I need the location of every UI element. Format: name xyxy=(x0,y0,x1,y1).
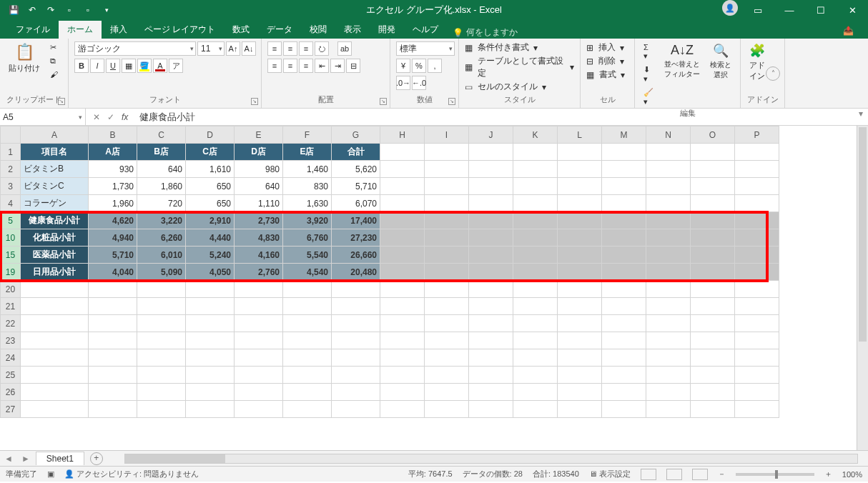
collapse-ribbon-icon[interactable]: ˄ xyxy=(766,66,780,81)
tab-formulas[interactable]: 数式 xyxy=(224,21,258,39)
column-header[interactable]: H xyxy=(380,126,425,144)
cell[interactable] xyxy=(558,161,602,178)
accounting-format-icon[interactable]: ¥ xyxy=(396,59,410,73)
row-header[interactable]: 3 xyxy=(1,178,21,195)
format-cells-button[interactable]: ▦ 書式 ▾ xyxy=(586,69,625,81)
display-settings-button[interactable]: 🖥 表示設定 xyxy=(589,469,631,479)
cell[interactable] xyxy=(646,349,691,367)
cell[interactable] xyxy=(469,384,513,401)
cell[interactable] xyxy=(137,367,186,384)
table-header-cell[interactable]: 項目名 xyxy=(21,144,89,161)
cell[interactable]: 5,620 xyxy=(332,161,380,178)
cell[interactable] xyxy=(602,281,646,298)
align-left-icon[interactable]: ≡ xyxy=(267,59,282,73)
page-break-view-icon[interactable] xyxy=(692,469,708,480)
decrease-font-icon[interactable]: A↓ xyxy=(242,41,256,56)
subtotal-cell[interactable]: 3,920 xyxy=(283,212,332,229)
subtotal-cell[interactable]: 2,910 xyxy=(186,212,235,229)
cell[interactable] xyxy=(602,315,646,332)
autosum-icon[interactable]: Σ ▾ xyxy=(641,41,657,62)
cell[interactable] xyxy=(21,384,89,401)
cell[interactable] xyxy=(21,349,89,367)
column-header[interactable]: P xyxy=(735,126,779,144)
save-icon[interactable]: 💾 xyxy=(6,2,21,18)
cell[interactable] xyxy=(513,178,558,195)
row-header[interactable]: 1 xyxy=(1,144,21,161)
cell[interactable] xyxy=(735,144,779,161)
table-header-cell[interactable]: D店 xyxy=(235,144,283,161)
cell[interactable] xyxy=(89,367,137,384)
tab-view[interactable]: 表示 xyxy=(335,21,370,39)
cell[interactable] xyxy=(425,144,469,161)
expand-formula-icon[interactable]: ▾ xyxy=(854,109,868,125)
cell[interactable] xyxy=(21,401,89,418)
user-avatar-icon[interactable]: 👤 xyxy=(722,0,738,16)
cell[interactable] xyxy=(735,367,779,384)
formula-bar[interactable]: 健康食品小計 xyxy=(135,109,854,125)
redo-icon[interactable]: ↷ xyxy=(43,2,59,18)
cell[interactable] xyxy=(235,401,283,418)
cell[interactable] xyxy=(89,349,137,367)
cell[interactable] xyxy=(235,281,283,298)
cell[interactable] xyxy=(469,349,513,367)
cell[interactable] xyxy=(735,401,779,418)
cell[interactable] xyxy=(558,144,602,161)
cell[interactable] xyxy=(735,161,779,178)
cell[interactable] xyxy=(469,229,513,247)
underline-button[interactable]: U xyxy=(106,59,120,73)
cell[interactable] xyxy=(602,212,646,229)
cell[interactable] xyxy=(513,195,558,212)
cell[interactable] xyxy=(691,212,735,229)
normal-view-icon[interactable] xyxy=(641,469,656,480)
merge-cells-icon[interactable]: ⊟ xyxy=(346,59,360,73)
horizontal-scrollbar[interactable] xyxy=(124,454,858,464)
cell[interactable] xyxy=(380,229,425,247)
subtotal-cell[interactable]: 4,040 xyxy=(89,264,137,281)
cell[interactable]: 640 xyxy=(235,178,283,195)
cell[interactable] xyxy=(469,281,513,298)
subtotal-cell[interactable]: 日用品小計 xyxy=(21,264,89,281)
cell[interactable] xyxy=(558,212,602,229)
cell[interactable] xyxy=(513,332,558,349)
cell[interactable] xyxy=(186,315,235,332)
percent-format-icon[interactable]: % xyxy=(412,59,426,73)
column-header[interactable]: N xyxy=(646,126,691,144)
cell[interactable] xyxy=(186,349,235,367)
cell[interactable] xyxy=(558,332,602,349)
subtotal-cell[interactable]: 20,480 xyxy=(332,264,380,281)
align-center-icon[interactable]: ≡ xyxy=(283,59,297,73)
cell[interactable] xyxy=(602,247,646,264)
comma-format-icon[interactable]: , xyxy=(428,59,442,73)
tab-help[interactable]: ヘルプ xyxy=(404,21,447,39)
cell[interactable] xyxy=(602,264,646,281)
cell[interactable] xyxy=(380,178,425,195)
subtotal-cell[interactable]: 6,260 xyxy=(137,229,186,247)
cell[interactable] xyxy=(691,178,735,195)
cell[interactable] xyxy=(558,315,602,332)
fill-icon[interactable]: ⬇ ▾ xyxy=(641,64,657,85)
cell[interactable] xyxy=(602,401,646,418)
column-header[interactable]: O xyxy=(691,126,735,144)
cell[interactable] xyxy=(735,264,779,281)
tell-me-search[interactable]: 💡 何をしますか xyxy=(453,26,518,39)
cell[interactable] xyxy=(186,384,235,401)
cell[interactable] xyxy=(513,161,558,178)
table-header-cell[interactable]: C店 xyxy=(186,144,235,161)
cell[interactable] xyxy=(186,298,235,315)
cell[interactable] xyxy=(646,367,691,384)
tab-insert[interactable]: 挿入 xyxy=(102,21,136,39)
cell[interactable] xyxy=(21,281,89,298)
subtotal-cell[interactable]: 2,760 xyxy=(235,264,283,281)
select-all-corner[interactable] xyxy=(1,126,21,144)
cell[interactable] xyxy=(691,367,735,384)
sheet-nav-next-icon[interactable]: ► xyxy=(17,454,34,464)
cell[interactable] xyxy=(380,332,425,349)
cell[interactable] xyxy=(137,384,186,401)
cell[interactable] xyxy=(332,332,380,349)
cell[interactable] xyxy=(646,195,691,212)
zoom-level[interactable]: 100% xyxy=(842,470,862,479)
cell[interactable] xyxy=(380,144,425,161)
cell[interactable] xyxy=(137,281,186,298)
cell[interactable] xyxy=(380,212,425,229)
cell[interactable] xyxy=(602,349,646,367)
